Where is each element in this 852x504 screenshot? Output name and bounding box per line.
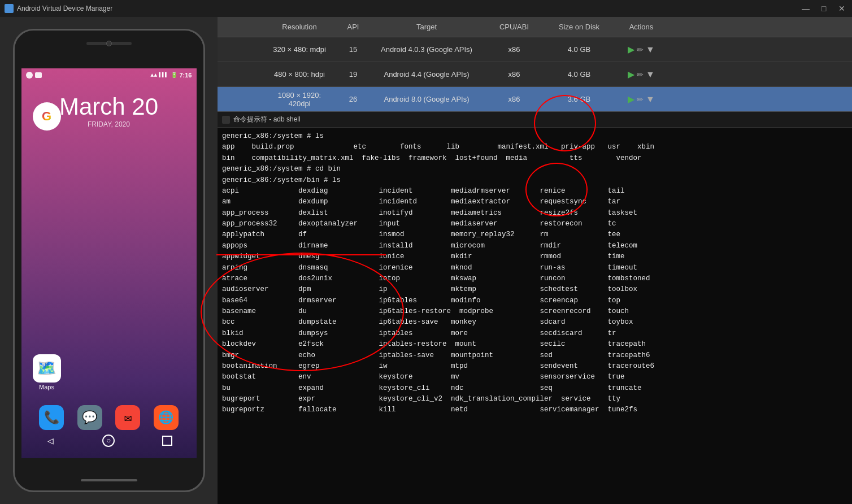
- phone-app[interactable]: 📞: [39, 405, 64, 430]
- back-button[interactable]: ◁: [42, 432, 59, 449]
- avd-row-2[interactable]: 480 × 800: hdpi 19 Android 4.4 (Google A…: [218, 62, 852, 87]
- row1-size: 4.0 GB: [545, 45, 613, 54]
- phone-status-bar: ▲▲ ▌▌▌ 🔋 7:16: [21, 68, 197, 82]
- row2-more-button[interactable]: ▼: [646, 69, 655, 80]
- chrome-icon: 🌐: [158, 410, 173, 425]
- maps-icon[interactable]: 🗺️: [33, 354, 61, 383]
- row3-target: Android 8.0 (Google APIs): [370, 95, 483, 103]
- avd-panel: Resolution API Target CPU/ABI Size on Di…: [218, 17, 852, 504]
- terminal-title: 命令提示符 - adb shell: [233, 115, 301, 124]
- main-area: ▲▲ ▌▌▌ 🔋 7:16 March 20 FRIDAY, 2020 G: [0, 17, 852, 504]
- col-header-size: Size on Disk: [545, 23, 613, 31]
- row2-edit-button[interactable]: ✏: [637, 70, 644, 79]
- wifi-icon: ▲▲: [150, 72, 157, 79]
- row3-more-button[interactable]: ▼: [646, 94, 655, 105]
- row2-play-button[interactable]: ▶: [628, 69, 634, 80]
- row3-action-btns: ▶ ✏ ▼: [618, 94, 665, 105]
- row2-cpu: x86: [483, 70, 545, 79]
- phone-bottom-notch: [15, 475, 203, 486]
- phone-top-bar: [15, 35, 203, 52]
- row1-actions: ▶ ✏ ▼: [613, 44, 670, 55]
- google-g-icon: G: [42, 109, 51, 124]
- row1-action-btns: ▶ ✏ ▼: [618, 44, 665, 55]
- signal-icon: ▌▌▌: [159, 72, 168, 78]
- minimize-button[interactable]: —: [800, 4, 811, 13]
- row1-api: 15: [336, 45, 370, 54]
- row3-api: 26: [336, 95, 370, 103]
- close-button[interactable]: ✕: [836, 4, 847, 13]
- maximize-button[interactable]: □: [818, 4, 829, 13]
- maps-emoji: 🗺️: [37, 359, 56, 378]
- row2-api: 19: [336, 70, 370, 79]
- col-header-target: Target: [370, 23, 483, 31]
- terminal-title-bar: 命令提示符 - adb shell: [218, 112, 852, 128]
- messages-icon: 💬: [82, 410, 97, 425]
- row3-edit-button[interactable]: ✏: [637, 95, 644, 104]
- recent-button[interactable]: [159, 432, 176, 449]
- row1-more-button[interactable]: ▼: [646, 45, 655, 55]
- phone-screen[interactable]: ▲▲ ▌▌▌ 🔋 7:16 March 20 FRIDAY, 2020 G: [21, 68, 197, 458]
- google-button[interactable]: G: [33, 102, 61, 131]
- status-icon-2: [35, 72, 42, 78]
- row1-play-button[interactable]: ▶: [628, 44, 634, 55]
- phone-device: ▲▲ ▌▌▌ 🔋 7:16 March 20 FRIDAY, 2020 G: [13, 29, 205, 492]
- row2-target: Android 4.4 (Google APIs): [370, 70, 483, 79]
- back-icon: ◁: [47, 435, 54, 447]
- row2-resolution: 480 × 800: hdpi: [263, 70, 336, 79]
- col-header-actions: Actions: [613, 23, 670, 31]
- row1-target: Android 4.0.3 (Google APIs): [370, 45, 483, 54]
- terminal-content[interactable]: generic_x86:/system # ls app build.prop …: [218, 128, 852, 419]
- row3-play-button[interactable]: ▶: [628, 94, 634, 105]
- row1-edit-button[interactable]: ✏: [637, 45, 644, 54]
- row3-cpu: x86: [483, 95, 545, 103]
- row1-resolution: 320 × 480: mdpi: [263, 45, 336, 54]
- chrome-app[interactable]: 🌐: [154, 405, 179, 430]
- title-bar-left: Android Virtual Device Manager: [5, 4, 112, 13]
- col-header-resolution: Resolution: [263, 23, 336, 31]
- battery-icon: 🔋: [171, 72, 177, 79]
- avd-table-header: Resolution API Target CPU/ABI Size on Di…: [218, 17, 852, 37]
- home-button[interactable]: ○: [100, 432, 117, 449]
- android-icon: [5, 4, 14, 13]
- phone-icon: 📞: [44, 410, 59, 425]
- avd-row-3[interactable]: 1080 × 1920: 420dpi 26 Android 8.0 (Goog…: [218, 87, 852, 112]
- row2-actions: ▶ ✏ ▼: [613, 69, 670, 80]
- gmail-icon: ✉️: [124, 410, 132, 425]
- status-time: 7:16: [179, 72, 192, 79]
- row2-action-btns: ▶ ✏ ▼: [618, 69, 665, 80]
- row1-cpu: x86: [483, 45, 545, 54]
- phone-container: ▲▲ ▌▌▌ 🔋 7:16 March 20 FRIDAY, 2020 G: [0, 17, 218, 504]
- status-icon-1: [26, 72, 33, 79]
- window-controls: — □ ✕: [800, 4, 847, 13]
- row3-size: 3.6 GB: [545, 95, 613, 103]
- maps-label: Maps: [33, 384, 61, 390]
- nav-bar: ◁ ○: [21, 432, 197, 449]
- col-header-cpu: CPU/ABI: [483, 23, 545, 31]
- recent-icon: [162, 436, 172, 446]
- row2-size: 4.0 GB: [545, 70, 613, 79]
- row3-actions: ▶ ✏ ▼: [613, 94, 670, 105]
- window-title: Android Virtual Device Manager: [17, 5, 112, 12]
- row3-resolution: 1080 × 1920: 420dpi: [263, 91, 336, 108]
- phone-camera: [106, 41, 112, 46]
- avd-row-1[interactable]: 320 × 480: mdpi 15 Android 4.0.3 (Google…: [218, 37, 852, 62]
- status-right: ▲▲ ▌▌▌ 🔋 7:16: [150, 72, 192, 79]
- terminal: 命令提示符 - adb shell generic_x86:/system # …: [218, 112, 852, 504]
- status-left: [26, 72, 42, 79]
- gmail-app[interactable]: ✉️: [115, 405, 140, 430]
- title-bar: Android Virtual Device Manager — □ ✕: [0, 0, 852, 17]
- phone-maps-area: 🗺️ Maps: [33, 354, 61, 390]
- home-icon: ○: [102, 435, 115, 447]
- bottom-bar: [81, 479, 137, 481]
- terminal-icon: [222, 116, 230, 124]
- col-header-api: API: [336, 23, 370, 31]
- phone-dock: 📞 💬 ✉️ 🌐: [21, 405, 197, 430]
- messages-app[interactable]: 💬: [77, 405, 102, 430]
- avd-table: Resolution API Target CPU/ABI Size on Di…: [218, 17, 852, 112]
